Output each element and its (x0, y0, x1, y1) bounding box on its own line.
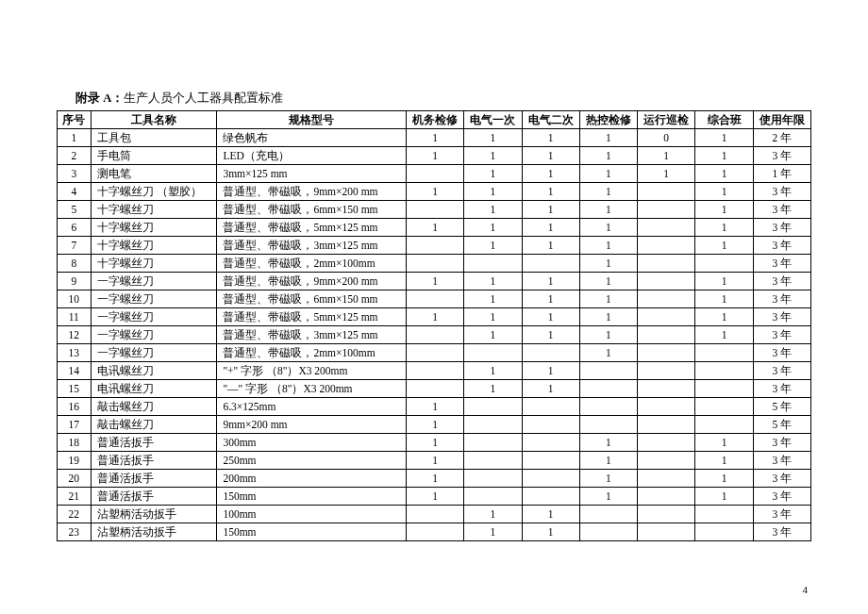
td-name: 十字螺丝刀 （塑胶） (91, 183, 217, 201)
table-row: 13一字螺丝刀普通型、带磁吸，2mm×100mm13 年 (58, 344, 811, 362)
td-idx: 2 (58, 147, 92, 165)
td-spec: "+" 字形 （8"）X3 200mm (217, 362, 407, 380)
td-spec: 普通型、带磁吸，3mm×125 mm (217, 237, 407, 255)
td-v6: 1 (695, 201, 753, 219)
td-v1: 1 (406, 273, 463, 290)
th-c2: 电气一次 (464, 111, 522, 129)
td-v2: 1 (464, 273, 522, 290)
td-v6: 1 (695, 308, 753, 326)
td-v2: 1 (464, 326, 522, 344)
th-c5: 运行巡检 (638, 111, 695, 129)
table-row: 18普通活扳手300mm1113 年 (58, 434, 811, 452)
td-v1: 1 (406, 470, 463, 488)
td-life: 3 年 (753, 434, 810, 452)
td-v6 (695, 416, 753, 434)
th-life: 使用年限 (753, 111, 810, 129)
td-v2: 1 (464, 147, 522, 165)
title-rest: 生产人员个人工器具配置标准 (124, 91, 283, 105)
td-v5 (638, 470, 695, 488)
td-v1: 1 (406, 488, 463, 506)
td-v3: 1 (522, 273, 579, 290)
td-life: 3 年 (753, 380, 810, 398)
td-idx: 17 (58, 416, 92, 434)
td-v1: 1 (406, 129, 463, 147)
td-v5 (638, 362, 695, 380)
td-life: 2 年 (753, 129, 810, 147)
td-v5 (638, 380, 695, 398)
tools-table: 序号 工具名称 规格型号 机务检修 电气一次 电气二次 热控检修 运行巡检 综合… (57, 110, 811, 541)
td-life: 3 年 (753, 273, 810, 290)
td-v5 (638, 344, 695, 362)
td-v4: 1 (579, 434, 637, 452)
td-v4: 1 (579, 147, 637, 165)
td-name: 普通活扳手 (91, 452, 217, 470)
td-v1: 1 (406, 416, 463, 434)
td-idx: 20 (58, 470, 92, 488)
td-idx: 18 (58, 434, 92, 452)
td-v3 (522, 344, 579, 362)
td-v3 (522, 488, 579, 506)
table-row: 16敲击螺丝刀6.3×125mm15 年 (58, 398, 811, 416)
td-name: 电讯螺丝刀 (91, 362, 217, 380)
td-v3: 1 (522, 165, 579, 183)
td-v4 (579, 506, 637, 523)
table-row: 23沾塑柄活动扳手150mm113 年 (58, 523, 811, 541)
td-v4: 1 (579, 237, 637, 255)
td-v4 (579, 362, 637, 380)
td-v5 (638, 219, 695, 237)
td-name: 敲击螺丝刀 (91, 398, 217, 416)
td-name: 普通活扳手 (91, 488, 217, 506)
td-v2 (464, 416, 522, 434)
td-life: 3 年 (753, 290, 810, 308)
table-row: 15电讯螺丝刀"—" 字形 （8"）X3 200mm113 年 (58, 380, 811, 398)
td-v5: 0 (638, 129, 695, 147)
td-life: 3 年 (753, 344, 810, 362)
td-spec: 普通型、带磁吸，5mm×125 mm (217, 308, 407, 326)
td-v3: 1 (522, 183, 579, 201)
td-v5 (638, 290, 695, 308)
table-row: 22沾塑柄活动扳手100mm113 年 (58, 506, 811, 523)
title-prefix: 附录 A： (75, 91, 124, 105)
td-v3: 1 (522, 380, 579, 398)
td-v1 (406, 523, 463, 541)
td-name: 普通活扳手 (91, 434, 217, 452)
td-spec: 3mm×125 mm (217, 165, 407, 183)
td-v2: 1 (464, 129, 522, 147)
td-v4: 1 (579, 201, 637, 219)
table-row: 12一字螺丝刀普通型、带磁吸，3mm×125 mm11113 年 (58, 326, 811, 344)
table-row: 14电讯螺丝刀"+" 字形 （8"）X3 200mm113 年 (58, 362, 811, 380)
td-v2 (464, 488, 522, 506)
td-v3: 1 (522, 523, 579, 541)
td-name: 十字螺丝刀 (91, 219, 217, 237)
td-v3 (522, 434, 579, 452)
td-v5 (638, 452, 695, 470)
td-life: 3 年 (753, 326, 810, 344)
table-row: 5十字螺丝刀普通型、带磁吸，6mm×150 mm11113 年 (58, 201, 811, 219)
td-life: 3 年 (753, 147, 810, 165)
td-v4: 1 (579, 326, 637, 344)
td-spec: 普通型、带磁吸，2mm×100mm (217, 255, 407, 273)
td-v5 (638, 237, 695, 255)
td-v6: 1 (695, 183, 753, 201)
td-v1 (406, 380, 463, 398)
td-v4 (579, 398, 637, 416)
td-idx: 22 (58, 506, 92, 523)
td-spec: 150mm (217, 488, 407, 506)
td-v4: 1 (579, 273, 637, 290)
td-v4 (579, 416, 637, 434)
td-life: 3 年 (753, 201, 810, 219)
td-v2: 1 (464, 506, 522, 523)
td-name: 十字螺丝刀 (91, 255, 217, 273)
td-idx: 14 (58, 362, 92, 380)
td-v3 (522, 470, 579, 488)
td-v2: 1 (464, 219, 522, 237)
td-v5 (638, 506, 695, 523)
td-v2: 1 (464, 183, 522, 201)
td-v1: 1 (406, 183, 463, 201)
td-v3: 1 (522, 129, 579, 147)
td-v2: 1 (464, 362, 522, 380)
td-idx: 16 (58, 398, 92, 416)
td-v1: 1 (406, 452, 463, 470)
td-v5 (638, 308, 695, 326)
td-v5 (638, 488, 695, 506)
